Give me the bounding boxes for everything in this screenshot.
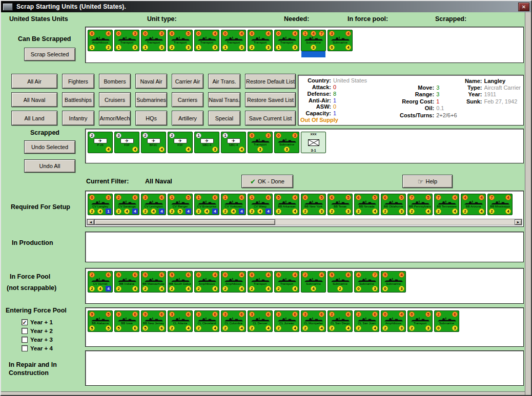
unit-counter-bb-south-dakota[interactable]: 56BB South Dakota24 bbox=[168, 271, 193, 293]
unit-counter-f3f[interactable]: 3✈F3F4 bbox=[114, 132, 139, 153]
unit-counter-cl-denver[interactable]: 36CL Denver24 bbox=[248, 310, 273, 332]
unit-counter-bf2c[interactable]: 2✈BF2C4 bbox=[141, 132, 166, 153]
unit-counter-bb-texas[interactable]: 65BB Texas23 bbox=[328, 194, 353, 215]
unit-counter-bb-nevada[interactable]: 65BB Nevada24 bbox=[354, 194, 379, 215]
filter-button-armor-mech[interactable]: Armor/Mech bbox=[99, 111, 131, 126]
filter-button-cruisers[interactable]: Cruisers bbox=[99, 92, 131, 107]
unit-counter-cl-atlanta[interactable]: 36CL Atlanta24 bbox=[168, 310, 193, 332]
unit-counter-cv-lexington[interactable]: 36CV Lexington244 bbox=[141, 194, 166, 215]
unit-counter-amphibious[interactable]: 04Amphibious24 bbox=[221, 271, 246, 293]
filter-button-hqs[interactable]: HQs bbox=[135, 111, 167, 126]
unit-counter-submarine[interactable]: 26Submarine03 bbox=[434, 310, 459, 332]
scrollbar-thumb[interactable] bbox=[94, 219, 275, 225]
filter-button-restore-saved-list[interactable]: Restore Saved List bbox=[245, 92, 296, 107]
checkbox-box[interactable] bbox=[22, 337, 28, 343]
filter-button-naval-air[interactable]: Naval Air bbox=[135, 74, 167, 89]
unit-counter-bb-tennessee[interactable]: 74BB Tennessee24 bbox=[434, 194, 459, 215]
unit-counter-cl-juneau[interactable]: 36CL Juneau24 bbox=[274, 310, 299, 332]
unit-counter-bb-arizona[interactable]: 44BB Arizona24 bbox=[461, 194, 486, 215]
unit-counter-sbc-4[interactable]: 1✈SBC-43 bbox=[194, 132, 219, 153]
unit-counter-sbc-4[interactable]: 1✈SBC-44 bbox=[221, 132, 246, 153]
filter-button-special[interactable]: Special bbox=[208, 111, 240, 126]
unit-counter-bb-alabama[interactable]: 95BB Alabama55 bbox=[88, 310, 113, 332]
scrollbar-track[interactable] bbox=[94, 219, 515, 225]
unit-counter-cv-hornet[interactable]: 26CV Hornet244 bbox=[88, 271, 113, 293]
unit-counter-submarine[interactable]: 147Submarine3 bbox=[301, 30, 326, 51]
filter-button-battleships[interactable]: Battleships bbox=[62, 92, 94, 107]
scrap-selected-button[interactable]: Scrap Selected bbox=[24, 48, 75, 61]
checkbox-year-plus-4[interactable]: Year + 4 bbox=[22, 344, 53, 352]
unit-counter-transport[interactable]: 05Transport23 bbox=[168, 30, 193, 51]
checkbox-box[interactable] bbox=[22, 345, 28, 351]
unit-counter-cv-yorktown[interactable]: 16CV Yorktown244 bbox=[221, 194, 246, 215]
checkbox-box[interactable] bbox=[22, 328, 28, 334]
unit-counter-submarine[interactable]: 03Submarine3 bbox=[274, 132, 299, 153]
unit-counter-cl-montpelier[interactable]: 36CL Montpelier24 bbox=[301, 310, 326, 332]
scroll-left-arrow[interactable]: ◄ bbox=[87, 219, 94, 225]
filter-button-restore-default-list[interactable]: Restore Default List bbox=[245, 74, 296, 89]
unit-counter-bb-new-jersey[interactable]: 96BB New Jersey56 bbox=[141, 310, 166, 332]
unit-counter-cv-enterprise[interactable]: 16CV Enterprise244 bbox=[194, 194, 219, 215]
unit-counter-cv-saratoga[interactable]: 26CV Saratoga244 bbox=[114, 194, 139, 215]
unit-counter-transport[interactable]: 04Transport24 bbox=[248, 271, 273, 293]
checkbox-year-plus-3[interactable]: Year + 3 bbox=[22, 335, 53, 344]
close-button[interactable]: ✕ bbox=[518, 3, 529, 11]
filter-button-save-current-list[interactable]: Save Current List bbox=[245, 111, 296, 126]
unit-counter-cl-san-juan[interactable]: 26CL San Juan24 bbox=[354, 310, 379, 332]
filter-button-all-naval[interactable]: All Naval bbox=[11, 92, 57, 107]
checkbox-box[interactable]: ✓ bbox=[22, 319, 28, 325]
unit-counter-transport[interactable]: 03Transport13 bbox=[141, 30, 166, 51]
unit-counter-transport[interactable]: 04Transport13 bbox=[274, 30, 299, 51]
unit-counter-3-1[interactable]: XXX3-1 bbox=[301, 132, 326, 153]
filter-button-all-land[interactable]: All Land bbox=[11, 111, 57, 126]
unit-counter-bb-indiana[interactable]: 56BB Indiana24 bbox=[114, 271, 139, 293]
unit-counter-transport[interactable]: 03Transport3 bbox=[248, 132, 273, 153]
filter-button-carriers[interactable]: Carriers bbox=[172, 92, 203, 107]
checkbox-year-plus-1[interactable]: ✓Year + 1 bbox=[22, 318, 53, 326]
filter-button-air-trans[interactable]: Air Trans. bbox=[208, 74, 240, 89]
unit-counter-bb-pennsylvania[interactable]: 75BB Pennsylvania24 bbox=[407, 194, 433, 215]
required-scrollbar[interactable]: ◄ ► bbox=[87, 219, 522, 225]
unit-counter-amphibious[interactable]: 04Amphibious23 bbox=[381, 310, 406, 332]
unit-counter-submarine[interactable]: 34Submarine04 bbox=[328, 30, 353, 51]
unit-counter-transport[interactable]: 04Transport23 bbox=[248, 30, 273, 51]
unit-counter-transport[interactable]: 03Transport13 bbox=[114, 30, 139, 51]
unit-counter-submarine[interactable]: 58Submarine2 bbox=[328, 271, 353, 293]
unit-counter-cv-langley[interactable]: 03CV Langley241 bbox=[88, 194, 113, 215]
filter-button-all-air[interactable]: All Air bbox=[11, 74, 57, 89]
filter-button-infantry[interactable]: Infantry bbox=[62, 111, 94, 126]
unit-counter-bb-massachusetts[interactable]: 56BB Massachusetts24 bbox=[141, 271, 166, 293]
filter-button-carrier-air[interactable]: Carrier Air bbox=[172, 74, 203, 89]
filter-button-fighters[interactable]: Fighters bbox=[62, 74, 94, 89]
unit-counter-p-26[interactable]: 2✈P-264 bbox=[88, 132, 113, 153]
filter-button-submarines[interactable]: Submarines bbox=[135, 92, 167, 107]
scroll-right-arrow[interactable]: ► bbox=[515, 219, 522, 225]
unit-counter-transport[interactable]: 05Transport23 bbox=[407, 310, 433, 332]
unit-counter-cl-columbia[interactable]: 36CL Columbia24 bbox=[221, 310, 246, 332]
unit-counter-amphibious[interactable]: 04Amphibious12 bbox=[88, 30, 113, 51]
unit-counter-cv-ranger[interactable]: 15CV Ranger254 bbox=[168, 194, 193, 215]
ok-done-button[interactable]: ✔ OK - Done bbox=[241, 175, 293, 188]
unit-counter-submarine[interactable]: 24Submarine4 bbox=[301, 271, 326, 293]
unit-counter-bb-arkansas[interactable]: 54BB Arkansas24 bbox=[274, 194, 299, 215]
unit-counter-f3f[interactable]: 2✈F3F4 bbox=[168, 132, 193, 153]
unit-counter-submarine[interactable]: 54Submarine03 bbox=[381, 271, 406, 293]
undo-selected-button[interactable]: Undo Selected bbox=[24, 140, 75, 154]
unit-counter-bb-new-york[interactable]: 65BB New York23 bbox=[301, 194, 326, 215]
unit-counter-cv-wasp[interactable]: 16CV Wasp244 bbox=[248, 194, 273, 215]
unit-counter-amphibious[interactable]: 04Amphibious24 bbox=[194, 271, 219, 293]
unit-counter-cl-san-diego[interactable]: 26CL San Diego24 bbox=[328, 310, 353, 332]
checkbox-year-plus-2[interactable]: Year + 2 bbox=[22, 326, 53, 335]
unit-counter-cl-cleveland[interactable]: 36CL Cleveland24 bbox=[194, 310, 219, 332]
filter-button-naval-trans[interactable]: Naval Trans. bbox=[208, 92, 240, 107]
unit-counter-submarine[interactable]: 47Submarine03 bbox=[354, 271, 379, 293]
filter-button-artillery[interactable]: Artillery bbox=[172, 111, 203, 126]
unit-counter-bb-mississippi[interactable]: 74BB Mississippi24 bbox=[487, 194, 513, 215]
undo-all-button[interactable]: Undo All bbox=[24, 159, 75, 173]
unit-counter-transport[interactable]: 04Transport13 bbox=[194, 30, 219, 51]
help-button[interactable]: ☞ Help bbox=[402, 175, 453, 188]
unit-counter-transport[interactable]: 04Transport13 bbox=[221, 30, 246, 51]
unit-counter-transport[interactable]: 54Transport24 bbox=[274, 271, 299, 293]
filter-button-bombers[interactable]: Bombers bbox=[99, 74, 131, 89]
unit-counter-bb-oklahoma[interactable]: 65BB Oklahoma23 bbox=[381, 194, 406, 215]
